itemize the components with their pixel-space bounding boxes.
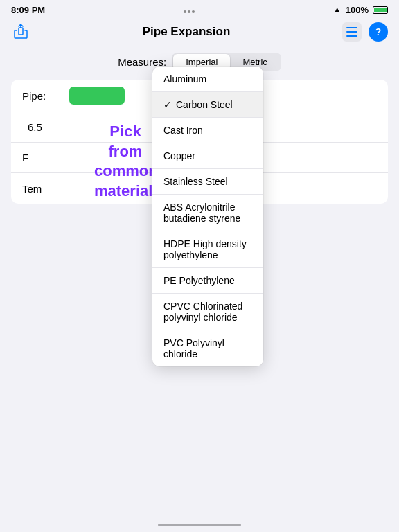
home-indicator [158, 524, 241, 526]
battery-icon [373, 6, 388, 14]
temp2-label: Tem [22, 183, 64, 195]
temp-label: F [22, 152, 64, 163]
dropdown-item[interactable]: HDPE High density polyethylene [152, 231, 263, 268]
status-time: 8:09 PM [11, 5, 45, 15]
nav-right-buttons: ? [342, 22, 388, 42]
dropdown-item[interactable]: Copper [152, 143, 263, 169]
dropdown-item[interactable]: PVC Polyvinyl chloride [152, 330, 263, 366]
dropdown-item[interactable]: PE Polyethylene [152, 268, 263, 294]
status-center [183, 3, 195, 16]
status-right: ▲ 100% [333, 5, 388, 15]
status-dots [183, 3, 195, 16]
help-icon[interactable]: ? [369, 22, 388, 42]
wifi-icon: ▲ [333, 5, 342, 15]
svg-rect-1 [346, 27, 357, 28]
pipe-label: Pipe: [22, 90, 64, 102]
share-button[interactable] [11, 22, 30, 42]
battery-percent: 100% [346, 5, 369, 15]
svg-rect-0 [19, 28, 23, 35]
dropdown-item[interactable]: Aluminum [152, 66, 263, 92]
dropdown-item[interactable]: Cast Iron [152, 118, 263, 143]
svg-rect-3 [346, 35, 357, 37]
number-value: 6.5 [28, 121, 42, 133]
list-icon[interactable] [342, 22, 362, 42]
dropdown-item[interactable]: CPVC Chlorinated polyvinyl chloride [152, 294, 263, 330]
material-dropdown[interactable]: Aluminum✓Carbon SteelCast IronCopperStai… [152, 66, 263, 366]
dropdown-item[interactable]: ABS Acrylonitrile butadiene styrene [152, 195, 263, 231]
pipe-color-button[interactable] [69, 87, 125, 105]
dropdown-item[interactable]: Stainless Steel [152, 169, 263, 195]
dropdown-item[interactable]: ✓Carbon Steel [152, 92, 263, 118]
pick-from-label: Pick from common materials [94, 122, 157, 201]
nav-bar: Pipe Expansion ? [0, 19, 399, 47]
status-bar: 8:09 PM ▲ 100% [0, 0, 399, 19]
svg-rect-2 [346, 31, 357, 33]
page-title: Pipe Expansion [143, 25, 231, 39]
